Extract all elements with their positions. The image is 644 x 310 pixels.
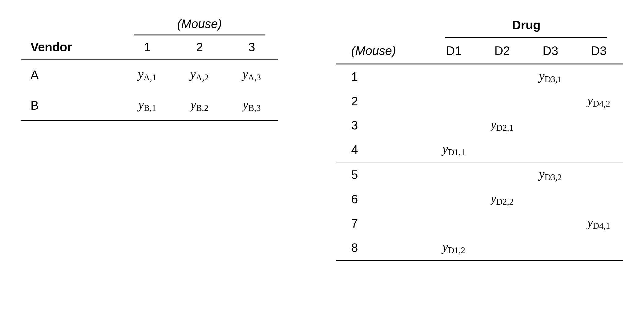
empty-cell [526,211,575,235]
table-row: 4 yD1,1 [336,137,623,162]
empty-cell [526,235,575,260]
empty-cell [526,137,575,162]
table-row: 5 yD3,2 [336,162,623,187]
table-row: Vendor 1 2 3 [21,35,278,59]
mouse-header: (Mouse) [336,38,430,64]
cell-value: yB,3 [226,90,278,121]
empty-cell [478,137,526,162]
drug-spanner: Drug [430,12,623,38]
empty-cell [575,64,623,89]
table-left: (Mouse) Vendor 1 2 3 A yA,1 yA,2 yA,3 B … [21,12,278,121]
mouse-drug-table: Drug (Mouse) D1 D2 D3 D3 1 yD3,1 2 [336,12,623,261]
cell-value: yD1,1 [430,137,478,162]
table-right: Drug (Mouse) D1 D2 D3 D3 1 yD3,1 2 [336,12,623,261]
table-row: A yA,1 yA,2 yA,3 [21,59,278,90]
cell-value: yD4,2 [575,89,623,113]
cell-value: yA,3 [226,59,278,90]
empty-cell [478,162,526,187]
empty-cell [336,12,430,38]
empty-cell [575,235,623,260]
row-label: 8 [336,235,430,260]
table-row: Drug [336,12,623,38]
col-header-2: 2 [173,35,226,59]
table-row: 2 yD4,2 [336,89,623,113]
col-header-d1: D1 [430,38,478,64]
empty-cell [430,211,478,235]
table-row: (Mouse) [21,12,278,35]
table-row: 3 yD2,1 [336,113,623,137]
cell-value: yD1,2 [430,235,478,260]
cell-value: yD2,2 [478,187,526,211]
cell-value: yD4,1 [575,211,623,235]
cell-value: yD3,2 [526,162,575,187]
cell-value: yB,2 [173,90,226,121]
table-row: 7 yD4,1 [336,211,623,235]
table-row: 8 yD1,2 [336,235,623,260]
col-header-1: 1 [121,35,173,59]
empty-cell [526,113,575,137]
row-label: 4 [336,137,430,162]
empty-cell [478,211,526,235]
row-label: 3 [336,113,430,137]
row-label: B [21,90,121,121]
col-header-d3: D3 [526,38,575,64]
vendor-mouse-table: (Mouse) Vendor 1 2 3 A yA,1 yA,2 yA,3 B … [21,12,278,121]
col-header-d4: D3 [575,38,623,64]
cell-value: yB,1 [121,90,173,121]
empty-cell [526,89,575,113]
empty-cell [478,235,526,260]
cell-value: yD2,1 [478,113,526,137]
empty-cell [21,12,121,35]
empty-cell [430,162,478,187]
page: (Mouse) Vendor 1 2 3 A yA,1 yA,2 yA,3 B … [0,0,644,310]
table-row: 6 yD2,2 [336,187,623,211]
cell-value: yD3,1 [526,64,575,89]
empty-cell [478,64,526,89]
col-header-d2: D2 [478,38,526,64]
row-label: 1 [336,64,430,89]
cell-value: yA,2 [173,59,226,90]
mouse-spanner: (Mouse) [121,12,278,35]
row-label: 5 [336,162,430,187]
empty-cell [575,113,623,137]
empty-cell [430,89,478,113]
table-row: B yB,1 yB,2 yB,3 [21,90,278,121]
table-row: 1 yD3,1 [336,64,623,89]
col-header-3: 3 [226,35,278,59]
empty-cell [430,113,478,137]
empty-cell [526,187,575,211]
empty-cell [575,137,623,162]
empty-cell [575,187,623,211]
row-label: 7 [336,211,430,235]
empty-cell [430,187,478,211]
row-label: A [21,59,121,90]
empty-cell [430,64,478,89]
empty-cell [478,89,526,113]
vendor-header: Vendor [21,35,121,59]
cell-value: yA,1 [121,59,173,90]
empty-cell [575,162,623,187]
table-row: (Mouse) D1 D2 D3 D3 [336,38,623,64]
row-label: 2 [336,89,430,113]
row-label: 6 [336,187,430,211]
